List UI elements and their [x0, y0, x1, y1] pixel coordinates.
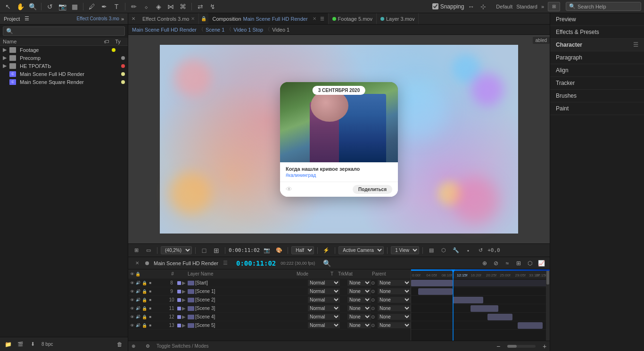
draft-3d-button[interactable]: ⬡ — [438, 245, 449, 256]
breadcrumb-item-2[interactable]: Video 1 Stop — [233, 27, 263, 33]
delete-button[interactable]: 🗑 — [115, 339, 125, 350]
rp-item-tracker[interactable]: Tracker — [550, 77, 644, 90]
layer-expand-10[interactable]: ▶ — [181, 297, 187, 302]
layer-mat-12[interactable]: None — [347, 314, 371, 320]
audio-icon-10[interactable]: 🔊 — [135, 297, 141, 303]
zoom-tool-button[interactable]: 🔍 — [27, 1, 38, 12]
table-row[interactable]: 👁 🔊 🔒 ■ 8 ▶ [Start] Normal — [128, 279, 411, 287]
layer-expand-8[interactable]: ▶ — [181, 280, 187, 285]
camera-button[interactable]: 📷 — [57, 1, 67, 12]
lock-icon-11[interactable]: 🔒 — [141, 306, 147, 311]
col-icon-13[interactable]: ■ — [148, 323, 153, 328]
search-layer-button[interactable]: 🔍 — [322, 258, 332, 268]
layer-expand-9[interactable]: ▶ — [181, 289, 187, 294]
tl-zoom-in-button[interactable]: + — [539, 341, 550, 351]
layer-parent-10[interactable]: None — [378, 297, 411, 303]
audio-icon-8[interactable]: 🔊 — [135, 280, 141, 286]
layer-mode-9[interactable]: Normal — [308, 288, 340, 294]
layer-mode-11[interactable]: Normal — [308, 305, 340, 311]
region-button[interactable]: ▦ — [69, 1, 80, 12]
text-tool-button[interactable]: T — [111, 1, 122, 12]
lock-icon-12[interactable]: 🔒 — [141, 314, 147, 320]
list-item[interactable]: ▶ C Main Scene Square Render — [0, 78, 128, 86]
close-icon-effect[interactable]: ✕ — [191, 16, 195, 21]
table-row[interactable]: 👁 🔊 🔒 ■ 13 ▶ [Scene 5] Normal — [128, 321, 411, 330]
zoom-select[interactable]: (40,2%) — [161, 246, 192, 254]
list-item[interactable]: ▶ Precomp — [0, 54, 128, 62]
tl-bottom-add-button[interactable]: ⊕ — [128, 341, 139, 351]
rp-item-brushes[interactable]: Brushes — [550, 90, 644, 102]
motion-button[interactable]: ↯ — [207, 1, 218, 12]
project-search-input[interactable] — [15, 28, 122, 34]
tl-zoom-slider-thumb[interactable] — [507, 345, 517, 348]
toggle-switches-label[interactable]: Toggle Switches / Modes — [157, 343, 209, 349]
snapping-checkbox[interactable] — [432, 3, 438, 9]
table-row[interactable]: 👁 🔊 🔒 ■ 9 ▶ [Scene 1] Normal — [128, 287, 411, 296]
rp-item-paint[interactable]: Paint — [550, 102, 644, 115]
project-menu-icon[interactable]: ☰ — [25, 16, 29, 22]
table-row[interactable]: 👁 🔊 🔒 ■ 10 ▶ [Scene 2] Normal — [128, 296, 411, 304]
layer-mat-9[interactable]: None — [347, 288, 371, 294]
tl-solo-toggle[interactable]: ⊕ — [480, 259, 489, 268]
eye-icon-11[interactable]: 👁 — [129, 306, 135, 311]
col-icon-10[interactable]: ■ — [148, 297, 153, 303]
lock-icon-9[interactable]: 🔒 — [141, 289, 147, 294]
project-search[interactable]: 🔍 — [3, 26, 125, 36]
rp-item-paragraph[interactable]: Paragraph — [550, 51, 644, 64]
eye-icon-9[interactable]: 👁 — [129, 289, 135, 294]
close-panel-button[interactable]: ✕ — [128, 14, 139, 24]
transform-button[interactable]: ⇄ — [195, 1, 206, 12]
layer-parent-8[interactable]: None — [378, 280, 411, 286]
tl-3d-layer[interactable]: ⬡ — [525, 259, 535, 268]
hand-tool-button[interactable]: ✋ — [15, 1, 25, 12]
search-help-box[interactable]: 🔍 Search Help — [566, 2, 641, 11]
rp-item-character[interactable]: Character ☰ — [550, 39, 644, 51]
render-shortcuts-button[interactable]: ▤ — [426, 245, 437, 256]
lock-icon-13[interactable]: 🔒 — [141, 323, 147, 328]
fast-draft-button[interactable]: 🔧 — [451, 245, 461, 256]
breadcrumb-item-0[interactable]: Main Scene Full HD Render — [132, 27, 197, 33]
panel-expand-icon[interactable]: » — [121, 16, 124, 22]
table-row[interactable]: 👁 🔊 🔒 ■ 11 ▶ [Scene 3] Normal — [128, 304, 411, 313]
col-icon-8[interactable]: ■ — [148, 280, 153, 286]
tl-motion-blur[interactable]: ≈ — [503, 259, 512, 268]
puppet-tool-button[interactable]: ⌘ — [178, 1, 188, 12]
layer-mode-10[interactable]: Normal — [308, 297, 340, 303]
layer-expand-12[interactable]: ▶ — [181, 314, 187, 319]
audio-icon-13[interactable]: 🔊 — [135, 323, 141, 328]
pen2-tool-button[interactable]: ✏ — [129, 1, 139, 12]
workspace-standard-label[interactable]: Standard — [516, 4, 537, 9]
table-row[interactable]: 👁 🔊 🔒 ■ 12 ▶ [Scene 4] Normal — [128, 313, 411, 321]
quality-select[interactable]: Half — [291, 246, 314, 254]
eye-icon-8[interactable]: 👁 — [129, 280, 135, 286]
project-panel-tab-active[interactable]: Effect Controls 3.mo — [76, 16, 119, 22]
eye-icon-12[interactable]: 👁 — [129, 314, 135, 320]
color-picker-button[interactable]: 🎨 — [274, 245, 284, 256]
snap-icon-button[interactable]: ⊹ — [478, 1, 488, 12]
layer-mat-11[interactable]: None — [347, 305, 371, 311]
eye-icon-10[interactable]: 👁 — [129, 297, 135, 303]
import-button[interactable]: ⬇ — [27, 339, 38, 350]
share-button[interactable]: Поделиться — [353, 185, 392, 194]
breadcrumb-item-1[interactable]: Scene 1 — [206, 27, 224, 33]
layer-expand-11[interactable]: ▶ — [181, 306, 187, 311]
layer-parent-11[interactable]: None — [378, 305, 411, 311]
list-item[interactable]: ▶ Footage — [0, 46, 128, 54]
list-item[interactable]: ▶ C Main Scene Full HD Render — [0, 70, 128, 78]
lock-icon-8[interactable]: 🔒 — [141, 280, 147, 286]
rotate-left-button[interactable]: ↺ — [45, 1, 55, 12]
rp-item-effects-presets[interactable]: Effects & Presets — [550, 26, 644, 39]
tl-zoom-out-button[interactable]: − — [493, 341, 504, 351]
scrollbar-thumb[interactable] — [546, 270, 549, 284]
timeline-menu-icon[interactable]: ☰ — [223, 260, 228, 266]
select-tool-button[interactable]: ↖ — [3, 1, 13, 12]
fast-preview-button[interactable]: ⚡ — [321, 245, 331, 256]
reset-exposure-button[interactable]: ↺ — [475, 245, 486, 256]
pin-tool-button[interactable]: ⬦ — [141, 1, 151, 12]
col-icon-12[interactable]: ■ — [148, 314, 153, 320]
brush-tool-button[interactable]: ✒ — [99, 1, 109, 12]
timeline-scrollbar[interactable] — [546, 269, 550, 341]
layer-mat-8[interactable]: None — [347, 280, 371, 286]
audio-icon-12[interactable]: 🔊 — [135, 314, 141, 320]
list-item[interactable]: ▶ НЕ ТРОГАТЬ — [0, 62, 128, 70]
